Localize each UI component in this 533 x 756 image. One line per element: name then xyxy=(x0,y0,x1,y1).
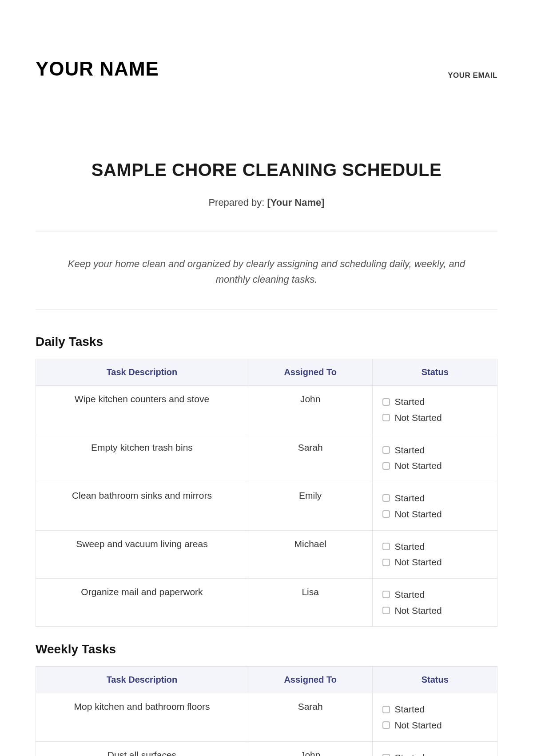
table-row: Mop kitchen and bathroom floorsSarahStar… xyxy=(36,693,497,741)
document-page: YOUR NAME YOUR EMAIL SAMPLE CHORE CLEANI… xyxy=(0,0,533,756)
checkbox-icon[interactable] xyxy=(382,607,390,614)
document-title: SAMPLE CHORE CLEANING SCHEDULE xyxy=(36,160,497,180)
task-description: Dust all surfaces xyxy=(36,741,248,756)
status-label: Not Started xyxy=(394,506,442,522)
brand-name: YOUR NAME xyxy=(36,58,159,80)
status-label: Started xyxy=(394,701,425,717)
status-label: Started xyxy=(394,394,425,410)
status-label: Not Started xyxy=(394,458,442,474)
table-row: Sweep and vacuum living areasMichaelStar… xyxy=(36,530,497,578)
column-header-assigned: Assigned To xyxy=(248,359,373,386)
checkbox-icon[interactable] xyxy=(382,398,390,406)
column-header-status: Status xyxy=(373,359,497,386)
status-option: Not Started xyxy=(382,506,490,522)
status-option: Started xyxy=(382,539,490,555)
table-row: Empty kitchen trash binsSarahStartedNot … xyxy=(36,434,497,482)
task-table: Task DescriptionAssigned ToStatusWipe ki… xyxy=(36,359,497,627)
checkbox-icon[interactable] xyxy=(382,559,390,566)
checkbox-icon[interactable] xyxy=(382,414,390,421)
checkbox-icon[interactable] xyxy=(382,591,390,598)
checkbox-icon[interactable] xyxy=(382,462,390,470)
status-cell: StartedNot Started xyxy=(373,693,497,741)
status-label: Started xyxy=(394,750,425,756)
status-cell: StartedNot Started xyxy=(373,386,497,434)
section-title: Weekly Tasks xyxy=(36,642,497,656)
column-header-status: Status xyxy=(373,667,497,693)
status-option: Not Started xyxy=(382,554,490,570)
checkbox-icon[interactable] xyxy=(382,510,390,518)
intro-text: Keep your home clean and organized by cl… xyxy=(53,256,480,287)
assigned-to: Emily xyxy=(248,482,373,530)
status-option: Started xyxy=(382,490,490,506)
prepared-by-label: Prepared by: xyxy=(208,197,267,208)
divider xyxy=(36,309,497,310)
column-header-task: Task Description xyxy=(36,359,248,386)
status-option: Started xyxy=(382,394,490,410)
status-label: Not Started xyxy=(394,410,442,426)
status-cell: StartedNot Started xyxy=(373,578,497,626)
status-label: Started xyxy=(394,490,425,506)
status-label: Not Started xyxy=(394,554,442,570)
divider xyxy=(36,231,497,232)
table-row: Clean bathroom sinks and mirrorsEmilySta… xyxy=(36,482,497,530)
checkbox-icon[interactable] xyxy=(382,543,390,550)
prepared-by: Prepared by: [Your Name] xyxy=(36,197,497,208)
status-option: Not Started xyxy=(382,717,490,733)
task-description: Clean bathroom sinks and mirrors xyxy=(36,482,248,530)
assigned-to: Lisa xyxy=(248,578,373,626)
status-cell: StartedNot Started xyxy=(373,482,497,530)
table-row: Organize mail and paperworkLisaStartedNo… xyxy=(36,578,497,626)
assigned-to: John xyxy=(248,741,373,756)
status-label: Started xyxy=(394,442,425,458)
assigned-to: John xyxy=(248,386,373,434)
status-label: Started xyxy=(394,539,425,555)
status-label: Not Started xyxy=(394,603,442,619)
status-option: Not Started xyxy=(382,410,490,426)
status-option: Started xyxy=(382,750,490,756)
status-cell: StartedNot Started xyxy=(373,434,497,482)
status-option: Started xyxy=(382,442,490,458)
task-description: Organize mail and paperwork xyxy=(36,578,248,626)
column-header-task: Task Description xyxy=(36,667,248,693)
table-row: Dust all surfacesJohnStartedNot Started xyxy=(36,741,497,756)
task-description: Mop kitchen and bathroom floors xyxy=(36,693,248,741)
assigned-to: Michael xyxy=(248,530,373,578)
task-description: Sweep and vacuum living areas xyxy=(36,530,248,578)
checkbox-icon[interactable] xyxy=(382,446,390,454)
header: YOUR NAME YOUR EMAIL xyxy=(36,58,497,80)
assigned-to: Sarah xyxy=(248,693,373,741)
checkbox-icon[interactable] xyxy=(382,706,390,713)
assigned-to: Sarah xyxy=(248,434,373,482)
task-table: Task DescriptionAssigned ToStatusMop kit… xyxy=(36,666,497,756)
table-row: Wipe kitchen counters and stoveJohnStart… xyxy=(36,386,497,434)
status-label: Started xyxy=(394,587,425,603)
prepared-by-value: [Your Name] xyxy=(267,197,324,208)
checkbox-icon[interactable] xyxy=(382,721,390,729)
checkbox-icon[interactable] xyxy=(382,494,390,502)
column-header-assigned: Assigned To xyxy=(248,667,373,693)
email-label: YOUR EMAIL xyxy=(448,71,497,80)
status-cell: StartedNot Started xyxy=(373,741,497,756)
checkbox-icon[interactable] xyxy=(382,754,390,756)
task-description: Wipe kitchen counters and stove xyxy=(36,386,248,434)
status-option: Started xyxy=(382,701,490,717)
status-option: Not Started xyxy=(382,458,490,474)
status-cell: StartedNot Started xyxy=(373,530,497,578)
status-option: Started xyxy=(382,587,490,603)
status-label: Not Started xyxy=(394,717,442,733)
sections-container: Daily TasksTask DescriptionAssigned ToSt… xyxy=(36,335,497,756)
task-description: Empty kitchen trash bins xyxy=(36,434,248,482)
status-option: Not Started xyxy=(382,603,490,619)
section-title: Daily Tasks xyxy=(36,335,497,349)
